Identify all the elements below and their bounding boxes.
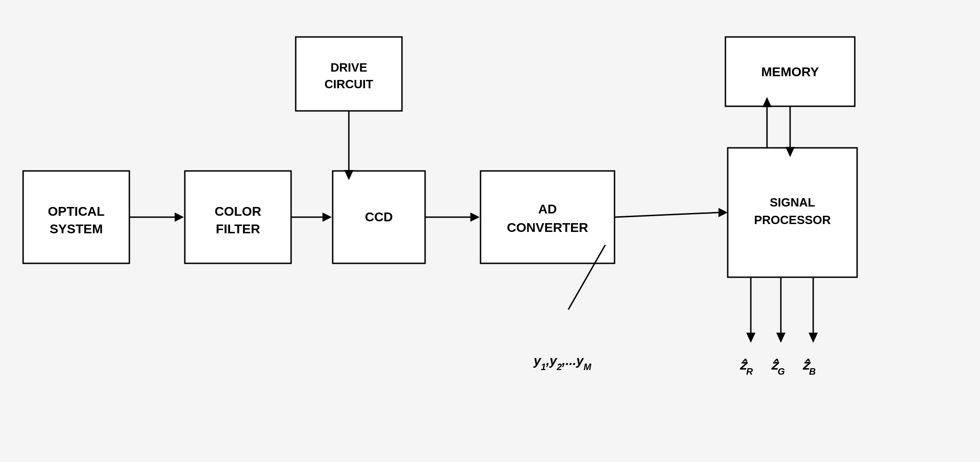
drive-circuit-label: DRIVE — [330, 61, 367, 74]
arrowhead-color-to-ccd — [323, 213, 332, 222]
color-filter-label: COLOR — [214, 204, 261, 219]
arrowhead-optical-to-color — [175, 213, 184, 222]
optical-system-label2: SYSTEM — [49, 222, 103, 236]
output-arrowhead-1 — [746, 333, 755, 343]
signal-processor-label: SIGNAL — [770, 195, 815, 209]
arrowhead-ccd-to-ad — [470, 213, 480, 222]
diagram-container: OPTICAL SYSTEM COLOR FILTER CCD DRIVE CI… — [0, 0, 980, 462]
memory-label: MEMORY — [761, 65, 819, 79]
signal-processor-label2: PROCESSOR — [754, 213, 831, 227]
z-hat-g-label: ẑG — [771, 358, 785, 377]
ad-converter-label: AD — [538, 202, 557, 216]
drive-circuit-label2: CIRCUIT — [324, 77, 373, 91]
output-arrowhead-2 — [776, 333, 785, 343]
ccd-label: CCD — [365, 210, 393, 224]
y-annotation: y1,y2,...yM — [533, 353, 592, 372]
color-filter-label2: FILTER — [216, 222, 260, 236]
arrowhead-ad-to-signal — [718, 208, 728, 217]
arrow-ad-to-signal — [615, 213, 718, 217]
optical-system-label: OPTICAL — [48, 204, 105, 219]
z-hat-b-label: ẑB — [802, 358, 816, 377]
block-diagram-svg: OPTICAL SYSTEM COLOR FILTER CCD DRIVE CI… — [0, 0, 980, 462]
ad-converter-label2: CONVERTER — [507, 220, 588, 235]
output-arrowhead-3 — [809, 333, 818, 343]
z-hat-r-label: ẑR — [739, 358, 753, 377]
ad-converter-box — [481, 171, 615, 263]
